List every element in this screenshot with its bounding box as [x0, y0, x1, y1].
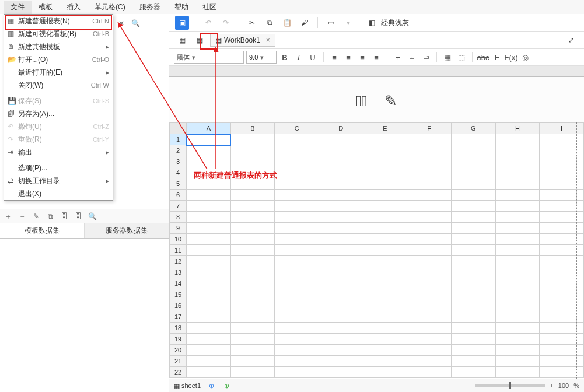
cell-G5[interactable] [451, 178, 495, 190]
row-header-14[interactable]: 14 [170, 278, 187, 289]
cell-D13[interactable] [319, 267, 363, 278]
cell-C8[interactable] [275, 212, 319, 223]
cell-B18[interactable] [230, 323, 275, 334]
cell-F9[interactable] [407, 223, 452, 234]
cell-D20[interactable] [319, 345, 363, 356]
cell-E12[interactable] [363, 256, 407, 267]
cell-D15[interactable] [319, 289, 363, 300]
cell-G6[interactable] [451, 190, 495, 201]
cell-D10[interactable] [319, 234, 363, 245]
cell-I18[interactable] [540, 323, 584, 334]
cell-H4[interactable] [495, 167, 540, 178]
cell-A13[interactable] [187, 267, 231, 278]
cell-D21[interactable] [319, 356, 363, 367]
cell-B12[interactable] [230, 256, 275, 267]
cell-F13[interactable] [407, 267, 452, 278]
cell-H19[interactable] [495, 334, 540, 345]
cell-I3[interactable] [540, 156, 584, 167]
cell-H2[interactable] [495, 145, 540, 156]
row-header-15[interactable]: 15 [170, 289, 187, 300]
cell-A22[interactable] [187, 367, 231, 378]
cell-B1[interactable] [230, 134, 275, 145]
save-as-menu[interactable]: 🗐 另存为(A)... [4, 107, 113, 120]
cell-G8[interactable] [451, 212, 495, 223]
cell-D2[interactable] [319, 145, 363, 156]
cell-C15[interactable] [275, 289, 319, 300]
cell-E15[interactable] [363, 289, 407, 300]
cell-B2[interactable] [230, 145, 275, 156]
row-header-9[interactable]: 9 [170, 223, 187, 234]
more-format-icon[interactable]: ◎ [519, 51, 531, 63]
menu-cell[interactable]: 单元格(C) [88, 1, 132, 14]
cell-H5[interactable] [495, 178, 540, 190]
undo-button-icon[interactable]: ↶ [201, 16, 215, 30]
cell-F8[interactable] [407, 212, 452, 223]
row-header-7[interactable]: 7 [170, 201, 187, 212]
search2-icon[interactable]: 🔍 [88, 212, 97, 221]
cell-B7[interactable] [230, 201, 275, 212]
cell-I9[interactable] [540, 223, 584, 234]
cell-A1[interactable] [187, 134, 231, 145]
cell-E21[interactable] [363, 356, 407, 367]
zoom-out-button[interactable]: − [467, 382, 470, 389]
format-painter-icon[interactable]: 🖌 [298, 16, 312, 30]
cell-G10[interactable] [451, 234, 495, 245]
cell-G11[interactable] [451, 245, 495, 256]
col-header-G[interactable]: G [451, 123, 495, 134]
cell-G14[interactable] [451, 278, 495, 289]
cell-H13[interactable] [495, 267, 540, 278]
cell-D12[interactable] [319, 256, 363, 267]
cell-E11[interactable] [363, 245, 407, 256]
cell-A7[interactable] [187, 201, 231, 212]
cell-D17[interactable] [319, 312, 363, 323]
save-menu[interactable]: 💾 保存(S) Ctrl-S [4, 94, 113, 107]
cell-C5[interactable] [275, 178, 319, 190]
tab-server-dataset[interactable]: 服务器数据集 [85, 223, 169, 238]
cell-H22[interactable] [495, 367, 540, 378]
cell-F11[interactable] [407, 245, 452, 256]
new-report-button-1[interactable]: ▦ [175, 33, 189, 47]
zoom-slider[interactable] [475, 384, 545, 387]
new-report-button-2[interactable]: ▦ [193, 33, 207, 47]
new-viz-dashboard[interactable]: ▥ 新建可视化看板(B) Ctrl-B [4, 27, 113, 40]
align-center-icon[interactable]: ≡ [342, 51, 354, 63]
cell-I5[interactable] [540, 178, 584, 190]
minus-icon[interactable]: − [18, 212, 27, 221]
cell-C20[interactable] [275, 345, 319, 356]
cell-B10[interactable] [230, 234, 275, 245]
valign-bottom-icon[interactable]: ⫡ [420, 51, 432, 63]
tab-close-icon[interactable]: × [266, 36, 270, 44]
row-header-13[interactable]: 13 [170, 267, 187, 278]
formula-button[interactable]: F(x) [505, 51, 517, 63]
cell-H17[interactable] [495, 312, 540, 323]
cell-G16[interactable] [451, 300, 495, 312]
add-icon[interactable]: ＋ [4, 212, 13, 221]
cell-H18[interactable] [495, 323, 540, 334]
undo-menu[interactable]: ↶ 撤销(U) Ctrl-Z [4, 120, 113, 133]
cell-D3[interactable] [319, 156, 363, 167]
cell-B22[interactable] [230, 367, 275, 378]
cell-H21[interactable] [495, 356, 540, 367]
cell-E6[interactable] [363, 190, 407, 201]
row-header-3[interactable]: 3 [170, 156, 187, 167]
recent-menu[interactable]: 最近打开的(E) ▸ [4, 66, 113, 79]
cell-C22[interactable] [275, 367, 319, 378]
cell-F19[interactable] [407, 334, 452, 345]
tab-template-dataset[interactable]: 模板数据集 [0, 223, 85, 238]
cell-A11[interactable] [187, 245, 231, 256]
col-header-E[interactable]: E [363, 123, 407, 134]
copy-icon[interactable]: ⧉ [46, 212, 55, 221]
cell-D9[interactable] [319, 223, 363, 234]
cell-H8[interactable] [495, 212, 540, 223]
align-justify-icon[interactable]: ≡ [370, 51, 382, 63]
cell-F18[interactable] [407, 323, 452, 334]
add-sheet2-icon[interactable]: ⊕ [222, 381, 231, 390]
cell-I22[interactable] [540, 367, 584, 378]
cell-D16[interactable] [319, 300, 363, 312]
cell-I16[interactable] [540, 300, 584, 312]
col-header-B[interactable]: B [230, 123, 275, 134]
cell-F14[interactable] [407, 278, 452, 289]
menu-template[interactable]: 模板 [32, 1, 60, 14]
cell-F17[interactable] [407, 312, 452, 323]
cell-B14[interactable] [230, 278, 275, 289]
